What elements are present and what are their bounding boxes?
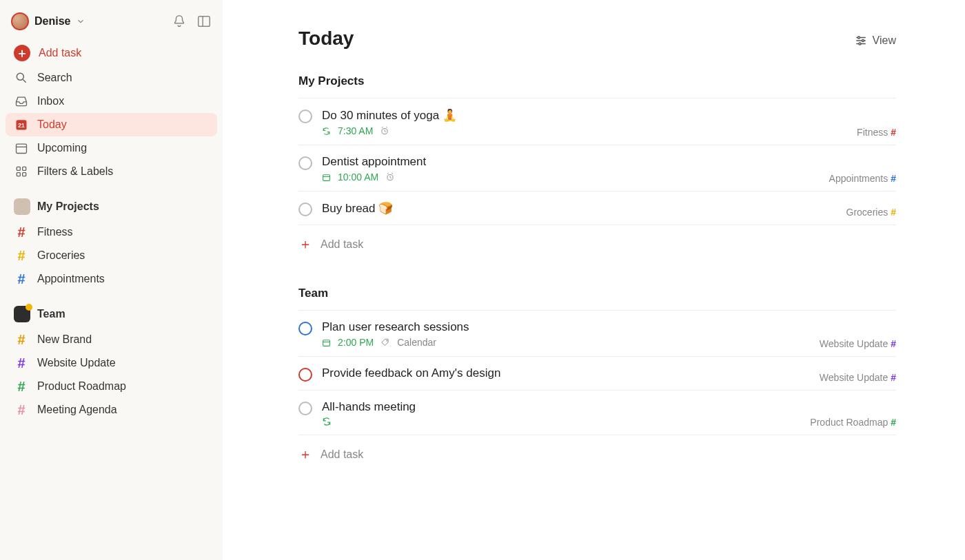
project-item-fitness[interactable]: #Fitness	[6, 220, 217, 244]
svg-rect-0	[199, 17, 210, 27]
page-title: Today	[298, 28, 896, 50]
task-checkbox[interactable]	[298, 110, 312, 123]
svg-point-2	[17, 73, 23, 80]
task-time: 7:30 AM	[338, 125, 373, 136]
svg-rect-8	[17, 167, 20, 170]
nav-list: SearchInbox21TodayUpcomingFilters & Labe…	[6, 66, 217, 183]
task-project[interactable]: Product Roadmap#	[810, 417, 896, 428]
svg-rect-6	[17, 144, 27, 153]
hash-icon: #	[14, 356, 29, 370]
task-row[interactable]: Buy bread 🍞Groceries#	[298, 191, 896, 225]
nav-item-today[interactable]: 21Today	[6, 113, 217, 136]
user-menu-button[interactable]: Denise	[11, 12, 85, 30]
add-task-label: Add task	[39, 47, 81, 59]
task-time: 2:00 PM	[338, 337, 374, 348]
task-project-label: Appointments	[829, 173, 888, 184]
task-project-label: Fitness	[857, 127, 888, 138]
group-title: My Projects	[298, 74, 896, 94]
add-task-button[interactable]: ＋Add task	[298, 225, 896, 259]
task-meta: 7:30 AM	[322, 125, 896, 136]
task-project[interactable]: Groceries#	[846, 207, 896, 218]
nav-item-upcoming[interactable]: Upcoming	[6, 136, 217, 160]
task-time: 10:00 AM	[338, 172, 378, 183]
project-label: Groceries	[37, 249, 85, 262]
task-meta: 2:00 PMCalendar	[322, 337, 896, 348]
nav-item-search[interactable]: Search	[6, 66, 217, 90]
task-title: Provide feedback on Amy's design	[322, 366, 896, 380]
svg-point-24	[387, 340, 388, 342]
task-checkbox[interactable]	[298, 156, 312, 170]
svg-rect-19	[323, 174, 330, 180]
project-item-new-brand[interactable]: #New Brand	[6, 328, 217, 351]
sidebar-toggle-icon[interactable]	[196, 14, 212, 29]
hash-icon: #	[14, 272, 29, 286]
project-item-website-update[interactable]: #Website Update	[6, 351, 217, 375]
task-checkbox[interactable]	[298, 402, 312, 415]
task-title: Do 30 minutes of yoga 🧘	[322, 108, 896, 123]
task-row[interactable]: All-hands meetingProduct Roadmap#	[298, 390, 896, 435]
task-checkbox[interactable]	[298, 322, 312, 335]
task-row[interactable]: Dentist appointment10:00 AMAppointments#	[298, 145, 896, 191]
nav-item-inbox[interactable]: Inbox	[6, 90, 217, 113]
task-row[interactable]: Plan user research sessions2:00 PMCalend…	[298, 310, 896, 356]
task-project[interactable]: Appointments#	[829, 173, 896, 184]
task-checkbox[interactable]	[298, 203, 312, 216]
bell-icon[interactable]	[172, 14, 187, 29]
add-task-label: Add task	[321, 448, 363, 461]
task-checkbox[interactable]	[298, 368, 312, 382]
project-item-groceries[interactable]: #Groceries	[6, 244, 217, 267]
hash-icon: #	[891, 173, 896, 184]
main-content: View Today My ProjectsDo 30 minutes of y…	[223, 0, 965, 560]
alarm-icon	[380, 126, 389, 136]
plus-circle-icon: ＋	[14, 45, 30, 61]
svg-line-3	[23, 80, 26, 83]
hash-icon: #	[891, 207, 896, 218]
svg-rect-11	[23, 173, 26, 176]
svg-point-15	[857, 37, 860, 39]
task-project[interactable]: Website Update#	[820, 372, 896, 383]
task-project[interactable]: Website Update#	[820, 338, 896, 349]
nav-label: Today	[37, 118, 67, 131]
hash-icon: #	[891, 338, 896, 349]
workspace-avatar	[14, 306, 30, 322]
calendar-day-icon: 21	[14, 118, 29, 132]
project-item-appointments[interactable]: #Appointments	[6, 267, 217, 291]
project-label: Fitness	[37, 226, 73, 238]
task-title: Plan user research sessions	[322, 320, 896, 334]
view-button[interactable]: View	[855, 34, 896, 47]
project-item-meeting-agenda[interactable]: #Meeting Agenda	[6, 398, 217, 422]
avatar	[11, 12, 29, 30]
calendar-icon	[14, 141, 29, 155]
svg-rect-9	[23, 167, 26, 170]
hash-icon: #	[14, 403, 29, 417]
project-label: Website Update	[37, 357, 116, 369]
project-item-product-roadmap[interactable]: #Product Roadmap	[6, 375, 217, 398]
task-project[interactable]: Fitness#	[857, 127, 896, 138]
nav-label: Inbox	[37, 95, 64, 107]
workspace-avatar	[14, 198, 30, 215]
svg-rect-10	[17, 173, 20, 176]
project-label: Appointments	[37, 273, 105, 285]
task-project-label: Website Update	[820, 372, 888, 383]
workspace-header-team[interactable]: Team	[6, 300, 217, 328]
svg-text:21: 21	[18, 122, 25, 129]
nav-item-filters-labels[interactable]: Filters & Labels	[6, 160, 217, 183]
add-task-button[interactable]: ＋ Add task	[6, 40, 217, 66]
add-task-button[interactable]: ＋Add task	[298, 435, 896, 469]
workspace-header-my-projects[interactable]: My Projects	[6, 193, 217, 220]
hash-icon: #	[891, 127, 896, 138]
task-title: Dentist appointment	[322, 155, 896, 169]
username: Denise	[34, 15, 70, 28]
task-title: Buy bread 🍞	[322, 201, 896, 216]
task-row[interactable]: Do 30 minutes of yoga 🧘7:30 AMFitness#	[298, 98, 896, 145]
project-list: #New Brand#Website Update#Product Roadma…	[6, 328, 217, 422]
alarm-icon	[385, 172, 395, 182]
date-icon	[322, 173, 331, 182]
sidebar: Denise ＋ Add task SearchInbox21TodayUpco…	[0, 0, 223, 560]
task-meta: 10:00 AM	[322, 172, 896, 183]
task-title: All-hands meeting	[322, 400, 896, 414]
hash-icon: #	[891, 417, 896, 428]
header-icon-group	[172, 14, 212, 29]
add-task-label: Add task	[321, 238, 363, 251]
task-row[interactable]: Provide feedback on Amy's designWebsite …	[298, 356, 896, 390]
